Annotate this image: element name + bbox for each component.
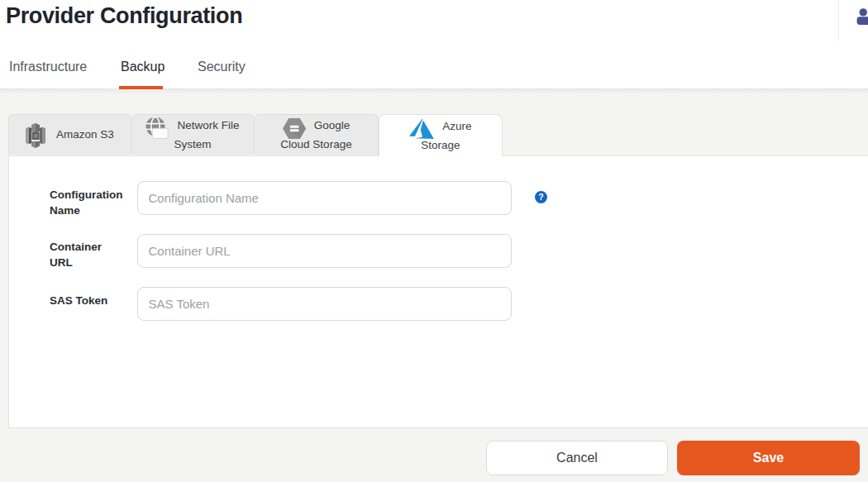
svg-text:?: ? [538,192,543,202]
